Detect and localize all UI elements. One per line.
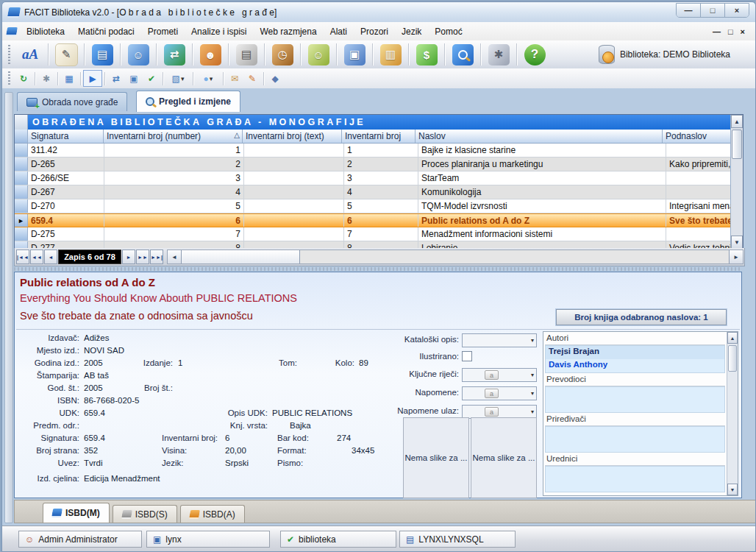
sync-button[interactable]: ↻ — [15, 71, 32, 86]
prev-record-button[interactable]: ◄ — [44, 250, 57, 264]
members-transfer-button[interactable]: ☻ — [195, 42, 226, 67]
row-selector[interactable] — [15, 158, 28, 171]
row-selector[interactable] — [15, 171, 28, 185]
grid-vertical-scrollbar[interactable]: ▲ ▼ — [730, 115, 743, 249]
menu-item-prometi[interactable]: Prometi — [141, 24, 185, 39]
scroll-down-button[interactable]: ▼ — [727, 484, 738, 495]
row-selector[interactable] — [15, 185, 28, 199]
tab-isbd-s[interactable]: ISBD(S) — [113, 505, 177, 523]
fast-next-button[interactable]: ►► — [136, 250, 149, 264]
settings-search-button[interactable]: ✱ — [483, 42, 514, 67]
form-settings-button[interactable]: ✱ — [38, 71, 55, 86]
grid-confirm-button[interactable]: ✔ — [143, 71, 160, 86]
scrollbar-track[interactable] — [727, 373, 738, 484]
circulation-button[interactable]: ⇄ — [159, 42, 190, 67]
menu-item-alati[interactable]: Alati — [324, 24, 354, 39]
grid-export-button[interactable]: ▧▾ — [165, 71, 190, 86]
text-a-button[interactable]: a — [485, 407, 499, 417]
run-query-button[interactable]: ▶ — [83, 70, 102, 87]
tab-isbd-m[interactable]: ISBD(M) — [43, 503, 110, 523]
autori-listbox[interactable]: Trejsi Brajan Davis Anthony — [545, 345, 725, 373]
urednici-listbox[interactable] — [545, 466, 725, 492]
user-schedule-button[interactable]: ☺ — [303, 42, 334, 67]
scrollbar-thumb[interactable] — [732, 130, 742, 159]
catalog-cards-button[interactable]: ▣ — [339, 42, 370, 67]
tab-pregled-i-izmjene[interactable]: Pregled i izmjene — [136, 91, 240, 112]
ilustrirano-checkbox[interactable] — [462, 351, 472, 361]
mdi-minimize-button[interactable]: — — [713, 27, 721, 36]
row-selector-current[interactable]: ► — [15, 214, 28, 227]
scrollbar-track[interactable] — [731, 160, 743, 236]
menu-item-prozori[interactable]: Prozori — [354, 24, 395, 39]
table-row-selected[interactable]: ► 659.4 6 6 Public relations od A do Z S… — [15, 213, 731, 227]
finance-button[interactable]: $ — [411, 42, 442, 67]
row-selector[interactable] — [15, 144, 28, 157]
scroll-up-button[interactable]: ▲ — [731, 115, 743, 128]
prevodioci-listbox[interactable] — [545, 386, 725, 413]
next-record-button[interactable]: ► — [122, 250, 135, 264]
help-button[interactable]: ? — [519, 42, 550, 67]
report-view-button[interactable]: ▦ — [60, 71, 78, 86]
list-item-author[interactable]: Davis Anthony — [546, 359, 724, 372]
scrollbar-thumb[interactable] — [728, 345, 737, 372]
table-row[interactable]: D-266/SE 3 3 StarTeam — [15, 171, 731, 185]
fast-prev-button[interactable]: ◄◄ — [30, 250, 43, 264]
menu-item-web-razmjena[interactable]: Web razmjena — [253, 24, 323, 39]
kljucne-rijeci-combo[interactable]: a▾ — [462, 368, 537, 382]
priredivaci-listbox[interactable] — [545, 426, 725, 453]
close-button[interactable]: × — [725, 4, 749, 17]
menu-item-maticni-podaci[interactable]: Matični podaci — [71, 24, 141, 39]
grid-save-button[interactable]: ▣ — [125, 71, 143, 86]
splitter-handle[interactable] — [14, 267, 742, 271]
catalog-button[interactable]: ▤ — [87, 42, 118, 67]
column-header-inventarni-broj-number[interactable]: Inventarni broj (number)△ — [104, 130, 243, 143]
list-item-author[interactable]: Trejsi Brajan — [546, 346, 724, 359]
tab-obrada-nove-grade[interactable]: Obrada nove građe — [17, 92, 127, 111]
scroll-right-button[interactable]: ► — [729, 250, 743, 263]
last-record-button[interactable]: ►►| — [150, 250, 163, 264]
cube-button[interactable]: ◆ — [266, 71, 284, 86]
table-row[interactable]: D-275 7 7 Menadžment informacioni sistem… — [15, 227, 731, 241]
column-header-naslov[interactable]: Naslov — [416, 130, 663, 143]
comments-button[interactable]: ●▾ — [196, 71, 221, 86]
column-header-podnaslov[interactable]: Podnaslov — [663, 130, 731, 143]
scrollbar-thumb[interactable] — [182, 250, 300, 263]
menu-item-jezik[interactable]: Jezik — [395, 24, 428, 39]
serials-button[interactable]: ▤ — [231, 42, 262, 67]
contributors-scrollbar[interactable]: ▲ ▼ — [727, 332, 738, 495]
statistics-button[interactable]: ▥ — [375, 42, 406, 67]
menu-item-analize-i-ispisi[interactable]: Analize i ispisi — [185, 24, 253, 39]
tab-isbd-a[interactable]: ISBD(A) — [180, 505, 245, 523]
inventory-button[interactable]: ✎ — [51, 42, 82, 67]
napomene-combo[interactable]: a▾ — [462, 386, 537, 400]
minimize-button[interactable]: — — [677, 4, 701, 17]
column-header-inventarni-broj-text[interactable]: Inventarni broj (text) — [243, 130, 342, 143]
mail-button[interactable]: ✉ — [226, 71, 243, 86]
table-row[interactable]: D-265 2 2 Proces planiranja u marketingu… — [15, 158, 731, 171]
scroll-down-button[interactable]: ▼ — [731, 236, 743, 249]
time-machine-button[interactable]: ◷ — [267, 42, 298, 67]
row-selector[interactable] — [15, 227, 28, 241]
column-header-inventarni-broj[interactable]: Inventarni broj — [342, 130, 416, 143]
mdi-close-button[interactable]: × — [741, 27, 745, 36]
search-catalog-button[interactable] — [447, 42, 478, 67]
table-row[interactable]: D-267 4 4 Komunikologija — [15, 185, 731, 199]
row-selector[interactable] — [15, 199, 28, 213]
grid-horizontal-scrollbar[interactable]: ◄ ► — [167, 250, 743, 264]
menu-item-pomoc[interactable]: Pomoć — [428, 24, 468, 39]
scrollbar-track[interactable] — [300, 250, 729, 263]
member-add-button[interactable]: ☺ — [123, 42, 154, 67]
kataloski-opis-combo[interactable]: ▾ — [462, 333, 537, 347]
column-header-signatura[interactable]: Signatura — [28, 130, 104, 143]
scroll-up-button[interactable]: ▲ — [727, 332, 738, 344]
text-a-button[interactable]: a — [485, 389, 499, 398]
book-count-button[interactable]: Broj knjiga odabranog naslova: 1 — [556, 309, 727, 325]
table-row[interactable]: 311.42 1 1 Bajke iz klasicne starine — [15, 144, 731, 158]
fonts-button[interactable]: aA — [15, 42, 46, 67]
first-record-button[interactable]: |◄◄ — [16, 250, 29, 264]
grid-refresh-button[interactable]: ⇄ — [107, 71, 125, 86]
scroll-left-button[interactable]: ◄ — [168, 250, 182, 263]
table-row[interactable]: D-270 5 5 TQM-Model izvrsnosti Integrisa… — [15, 199, 731, 213]
menu-item-biblioteka[interactable]: Biblioteka — [20, 24, 71, 39]
edit-note-button[interactable]: ✎ — [243, 71, 261, 86]
